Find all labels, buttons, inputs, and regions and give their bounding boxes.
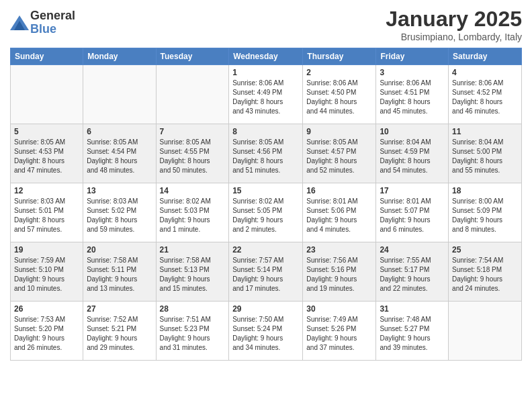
- day-info: Sunrise: 8:02 AMSunset: 5:03 PMDaylight:…: [160, 197, 226, 234]
- day-number: 20: [87, 245, 152, 255]
- day-info: Sunrise: 7:58 AMSunset: 5:11 PMDaylight:…: [87, 256, 152, 293]
- day-info: Sunrise: 7:56 AMSunset: 5:16 PMDaylight:…: [306, 256, 372, 293]
- day-number: 23: [306, 245, 372, 255]
- day-number: 19: [14, 245, 79, 255]
- day-number: 13: [87, 186, 152, 195]
- day-info: Sunrise: 8:06 AMSunset: 4:50 PMDaylight:…: [306, 79, 372, 116]
- day-number: 25: [452, 245, 518, 255]
- title-section: January 2025 Brusimpiano, Lombardy, Ital…: [386, 7, 522, 42]
- calendar-cell-w2-d4: 8Sunrise: 8:05 AMSunset: 4:56 PMDaylight…: [229, 124, 303, 183]
- day-number: 28: [160, 304, 226, 314]
- calendar-cell-w2-d5: 9Sunrise: 8:05 AMSunset: 4:57 PMDaylight…: [303, 124, 376, 183]
- calendar-cell-w2-d1: 5Sunrise: 8:05 AMSunset: 4:53 PMDaylight…: [11, 124, 83, 183]
- day-number: 7: [160, 127, 226, 136]
- day-number: 17: [380, 186, 445, 195]
- day-number: 11: [452, 127, 518, 136]
- calendar-cell-w4-d1: 19Sunrise: 7:59 AMSunset: 5:10 PMDayligh…: [11, 242, 83, 302]
- day-info: Sunrise: 7:53 AMSunset: 5:20 PMDaylight:…: [14, 315, 79, 353]
- calendar-cell-w3-d3: 14Sunrise: 8:02 AMSunset: 5:03 PMDayligh…: [156, 183, 229, 242]
- week-row-5: 26Sunrise: 7:53 AMSunset: 5:20 PMDayligh…: [11, 302, 522, 361]
- day-number: 31: [380, 304, 445, 314]
- calendar-cell-w1-d5: 2Sunrise: 8:06 AMSunset: 4:50 PMDaylight…: [303, 65, 376, 124]
- month-title: January 2025: [386, 7, 522, 32]
- day-number: 29: [232, 304, 299, 314]
- calendar-cell-w1-d4: 1Sunrise: 8:06 AMSunset: 4:49 PMDaylight…: [229, 65, 303, 124]
- week-row-4: 19Sunrise: 7:59 AMSunset: 5:10 PMDayligh…: [11, 242, 522, 302]
- day-number: 9: [306, 127, 372, 136]
- weekday-header-row: Sunday Monday Tuesday Wednesday Thursday…: [11, 48, 522, 65]
- calendar-cell-w3-d5: 16Sunrise: 8:01 AMSunset: 5:06 PMDayligh…: [303, 183, 376, 242]
- calendar-cell-w2-d7: 11Sunrise: 8:04 AMSunset: 5:00 PMDayligh…: [449, 124, 522, 183]
- day-info: Sunrise: 7:51 AMSunset: 5:23 PMDaylight:…: [160, 315, 226, 353]
- day-info: Sunrise: 8:03 AMSunset: 5:02 PMDaylight:…: [87, 197, 152, 234]
- location-subtitle: Brusimpiano, Lombardy, Italy: [386, 32, 522, 42]
- calendar-cell-w1-d7: 4Sunrise: 8:06 AMSunset: 4:52 PMDaylight…: [449, 65, 522, 124]
- day-info: Sunrise: 7:52 AMSunset: 5:21 PMDaylight:…: [87, 315, 152, 353]
- calendar-cell-w5-d4: 29Sunrise: 7:50 AMSunset: 5:24 PMDayligh…: [229, 302, 303, 361]
- day-info: Sunrise: 8:05 AMSunset: 4:57 PMDaylight:…: [306, 138, 372, 175]
- day-number: 1: [232, 68, 299, 77]
- day-number: 22: [232, 245, 299, 255]
- header-friday: Friday: [376, 48, 449, 65]
- header: General Blue January 2025 Brusimpiano, L…: [10, 7, 522, 42]
- calendar-cell-w1-d6: 3Sunrise: 8:06 AMSunset: 4:51 PMDaylight…: [376, 65, 449, 124]
- week-row-1: 1Sunrise: 8:06 AMSunset: 4:49 PMDaylight…: [11, 65, 522, 124]
- header-saturday: Saturday: [449, 48, 522, 65]
- calendar-cell-w5-d3: 28Sunrise: 7:51 AMSunset: 5:23 PMDayligh…: [156, 302, 229, 361]
- day-number: 16: [306, 186, 372, 195]
- day-number: 24: [380, 245, 445, 255]
- logo-blue-text: Blue: [30, 23, 75, 36]
- day-info: Sunrise: 8:06 AMSunset: 4:51 PMDaylight:…: [380, 79, 445, 116]
- calendar-table: Sunday Monday Tuesday Wednesday Thursday…: [10, 48, 522, 361]
- day-number: 6: [87, 127, 152, 136]
- day-info: Sunrise: 7:50 AMSunset: 5:24 PMDaylight:…: [232, 315, 299, 353]
- day-info: Sunrise: 8:05 AMSunset: 4:54 PMDaylight:…: [87, 138, 152, 175]
- calendar-cell-w4-d6: 24Sunrise: 7:55 AMSunset: 5:17 PMDayligh…: [376, 242, 449, 302]
- page-container: General Blue January 2025 Brusimpiano, L…: [0, 0, 532, 367]
- day-info: Sunrise: 8:03 AMSunset: 5:01 PMDaylight:…: [14, 197, 79, 234]
- day-number: 4: [452, 68, 518, 77]
- day-number: 27: [87, 304, 152, 314]
- header-monday: Monday: [83, 48, 156, 65]
- day-info: Sunrise: 8:02 AMSunset: 5:05 PMDaylight:…: [232, 197, 299, 234]
- day-info: Sunrise: 8:01 AMSunset: 5:06 PMDaylight:…: [306, 197, 372, 234]
- calendar-cell-w5-d5: 30Sunrise: 7:49 AMSunset: 5:26 PMDayligh…: [303, 302, 376, 361]
- calendar-cell-w5-d6: 31Sunrise: 7:48 AMSunset: 5:27 PMDayligh…: [376, 302, 449, 361]
- logo-text: General Blue: [30, 9, 75, 36]
- day-info: Sunrise: 7:54 AMSunset: 5:18 PMDaylight:…: [452, 256, 518, 293]
- day-number: 8: [232, 127, 299, 136]
- header-tuesday: Tuesday: [156, 48, 229, 65]
- day-info: Sunrise: 8:05 AMSunset: 4:55 PMDaylight:…: [160, 138, 226, 175]
- week-row-2: 5Sunrise: 8:05 AMSunset: 4:53 PMDaylight…: [11, 124, 522, 183]
- calendar-cell-w3-d2: 13Sunrise: 8:03 AMSunset: 5:02 PMDayligh…: [83, 183, 156, 242]
- calendar-cell-w3-d7: 18Sunrise: 8:00 AMSunset: 5:09 PMDayligh…: [449, 183, 522, 242]
- week-row-3: 12Sunrise: 8:03 AMSunset: 5:01 PMDayligh…: [11, 183, 522, 242]
- day-info: Sunrise: 7:49 AMSunset: 5:26 PMDaylight:…: [306, 315, 372, 353]
- calendar-cell-w3-d1: 12Sunrise: 8:03 AMSunset: 5:01 PMDayligh…: [11, 183, 83, 242]
- day-info: Sunrise: 8:01 AMSunset: 5:07 PMDaylight:…: [380, 197, 445, 234]
- day-number: 2: [306, 68, 372, 77]
- calendar-cell-w3-d6: 17Sunrise: 8:01 AMSunset: 5:07 PMDayligh…: [376, 183, 449, 242]
- calendar-cell-w2-d6: 10Sunrise: 8:04 AMSunset: 4:59 PMDayligh…: [376, 124, 449, 183]
- calendar-cell-w5-d7: [449, 302, 522, 361]
- day-info: Sunrise: 7:55 AMSunset: 5:17 PMDaylight:…: [380, 256, 445, 293]
- calendar-cell-w4-d2: 20Sunrise: 7:58 AMSunset: 5:11 PMDayligh…: [83, 242, 156, 302]
- day-info: Sunrise: 8:05 AMSunset: 4:56 PMDaylight:…: [232, 138, 299, 175]
- header-thursday: Thursday: [303, 48, 376, 65]
- day-info: Sunrise: 7:59 AMSunset: 5:10 PMDaylight:…: [14, 256, 79, 293]
- logo: General Blue: [10, 9, 75, 36]
- day-number: 21: [160, 245, 226, 255]
- calendar-cell-w1-d3: [156, 65, 229, 124]
- calendar-cell-w5-d1: 26Sunrise: 7:53 AMSunset: 5:20 PMDayligh…: [11, 302, 83, 361]
- logo-icon: [10, 15, 29, 30]
- day-info: Sunrise: 7:58 AMSunset: 5:13 PMDaylight:…: [160, 256, 226, 293]
- calendar-cell-w4-d3: 21Sunrise: 7:58 AMSunset: 5:13 PMDayligh…: [156, 242, 229, 302]
- calendar-cell-w2-d2: 6Sunrise: 8:05 AMSunset: 4:54 PMDaylight…: [83, 124, 156, 183]
- logo-general-text: General: [30, 9, 75, 23]
- day-info: Sunrise: 8:04 AMSunset: 5:00 PMDaylight:…: [452, 138, 518, 175]
- header-sunday: Sunday: [11, 48, 83, 65]
- day-info: Sunrise: 8:04 AMSunset: 4:59 PMDaylight:…: [380, 138, 445, 175]
- day-number: 30: [306, 304, 372, 314]
- day-info: Sunrise: 7:48 AMSunset: 5:27 PMDaylight:…: [380, 315, 445, 353]
- calendar-cell-w3-d4: 15Sunrise: 8:02 AMSunset: 5:05 PMDayligh…: [229, 183, 303, 242]
